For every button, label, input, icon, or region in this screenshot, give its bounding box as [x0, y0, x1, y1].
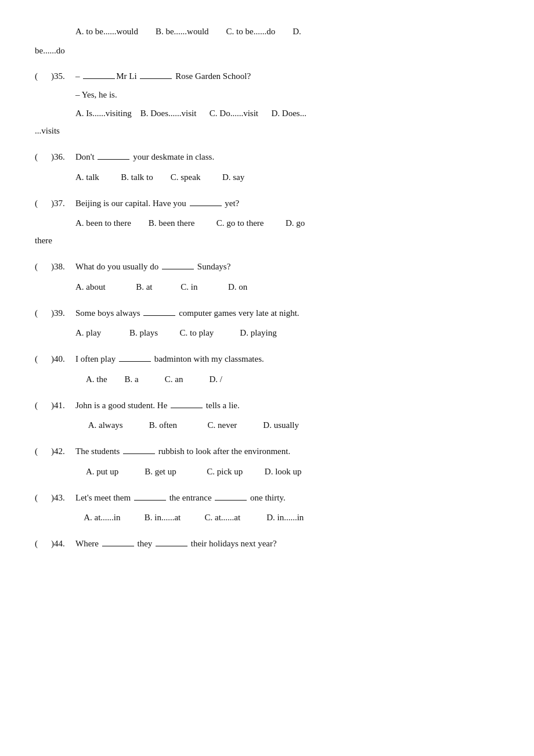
q43-options: A. at......in B. in......at C. at......a…	[35, 509, 499, 526]
q35-text: – Mr Li Rose Garden School?	[75, 69, 499, 84]
q43-paren: (	[35, 491, 51, 506]
q41-blank	[171, 408, 203, 408]
q39-text: Some boys always computer games very lat…	[75, 306, 499, 321]
q35-subtext: – Yes, he is.	[35, 88, 499, 103]
q43-blank2	[215, 500, 247, 501]
question-34-options: A. to be......would B. be......would C. …	[35, 23, 499, 59]
q40-paren: (	[35, 352, 51, 367]
q36-line: ( )36. Don't your deskmate in class.	[35, 150, 499, 165]
question-42: ( )42. The students rubbish to look afte…	[35, 444, 499, 480]
q41-paren: (	[35, 398, 51, 413]
q42-text: The students rubbish to look after the e…	[75, 444, 499, 459]
q44-line: ( )44. Where they their holidays next ye…	[35, 537, 499, 552]
q44-blank2	[156, 546, 187, 546]
q40-options: A. the B. a C. an D. /	[35, 370, 499, 388]
q42-blank	[123, 453, 155, 454]
q38-blank	[162, 269, 194, 269]
q35-blank2	[140, 78, 172, 79]
q37-options-line2: there	[35, 232, 499, 249]
q36-blank	[98, 159, 129, 160]
q40-num: )40.	[51, 352, 75, 367]
q37-options-line1: A. been to there B. been there C. go to …	[35, 214, 499, 232]
q43-num: )43.	[51, 491, 75, 506]
q39-blank	[143, 315, 175, 316]
question-41: ( )41. John is a good student. He tells …	[35, 398, 499, 434]
q35-blank1	[83, 78, 115, 79]
q41-text: John is a good student. He tells a lie.	[75, 398, 499, 413]
q43-line: ( )43. Let's meet them the entrance one …	[35, 491, 499, 506]
q41-options: A. always B. often C. never D. usually	[35, 416, 499, 434]
question-40: ( )40. I often play badminton with my cl…	[35, 352, 499, 388]
q34-options-line1: A. to be......would B. be......would C. …	[35, 23, 499, 40]
q34-options-line2: be......do	[35, 42, 499, 59]
q39-options: A. play B. plays C. to play D. playing	[35, 324, 499, 341]
q39-paren: (	[35, 306, 51, 321]
q44-num: )44.	[51, 537, 75, 552]
q37-paren: (	[35, 196, 51, 211]
q43-blank1	[134, 500, 166, 501]
q35-options-line1: A. Is......visiting B. Does......visit C…	[35, 105, 499, 122]
q35-num: )35.	[51, 69, 75, 84]
question-43: ( )43. Let's meet them the entrance one …	[35, 491, 499, 527]
q37-num: )37.	[51, 196, 75, 211]
q38-text: What do you usually do Sundays?	[75, 260, 499, 275]
q37-line: ( )37. Beijing is our capital. Have you …	[35, 196, 499, 211]
q40-line: ( )40. I often play badminton with my cl…	[35, 352, 499, 367]
question-44: ( )44. Where they their holidays next ye…	[35, 537, 499, 552]
q36-options: A. talk B. talk to C. speak D. say	[35, 168, 499, 186]
q41-line: ( )41. John is a good student. He tells …	[35, 398, 499, 413]
q35-line: ( )35. – Mr Li Rose Garden School?	[35, 69, 499, 84]
q42-options: A. put up B. get up C. pick up D. look u…	[35, 463, 499, 480]
q36-paren: (	[35, 150, 51, 165]
q36-num: )36.	[51, 150, 75, 165]
q44-blank1	[102, 546, 134, 546]
question-36: ( )36. Don't your deskmate in class. A. …	[35, 150, 499, 186]
q41-num: )41.	[51, 398, 75, 413]
q38-line: ( )38. What do you usually do Sundays?	[35, 260, 499, 275]
q37-text: Beijing is our capital. Have you yet?	[75, 196, 499, 211]
question-39: ( )39. Some boys always computer games v…	[35, 306, 499, 342]
q40-text: I often play badminton with my classmate…	[75, 352, 499, 367]
question-35: ( )35. – Mr Li Rose Garden School? – Yes…	[35, 69, 499, 139]
question-37: ( )37. Beijing is our capital. Have you …	[35, 196, 499, 250]
q35-paren: (	[35, 69, 51, 84]
q42-line: ( )42. The students rubbish to look afte…	[35, 444, 499, 459]
question-38: ( )38. What do you usually do Sundays? A…	[35, 260, 499, 296]
q37-blank	[190, 206, 222, 206]
q43-text: Let's meet them the entrance one thirty.	[75, 491, 499, 506]
q39-line: ( )39. Some boys always computer games v…	[35, 306, 499, 321]
q42-paren: (	[35, 444, 51, 459]
q42-num: )42.	[51, 444, 75, 459]
q38-options: A. about B. at C. in D. on	[35, 278, 499, 296]
q39-num: )39.	[51, 306, 75, 321]
q38-num: )38.	[51, 260, 75, 275]
q35-options-line2: ...visits	[35, 122, 499, 139]
q44-paren: (	[35, 537, 51, 552]
q40-blank	[119, 361, 151, 362]
q36-text: Don't your deskmate in class.	[75, 150, 499, 165]
q44-text: Where they their holidays next year?	[75, 537, 499, 552]
q38-paren: (	[35, 260, 51, 275]
